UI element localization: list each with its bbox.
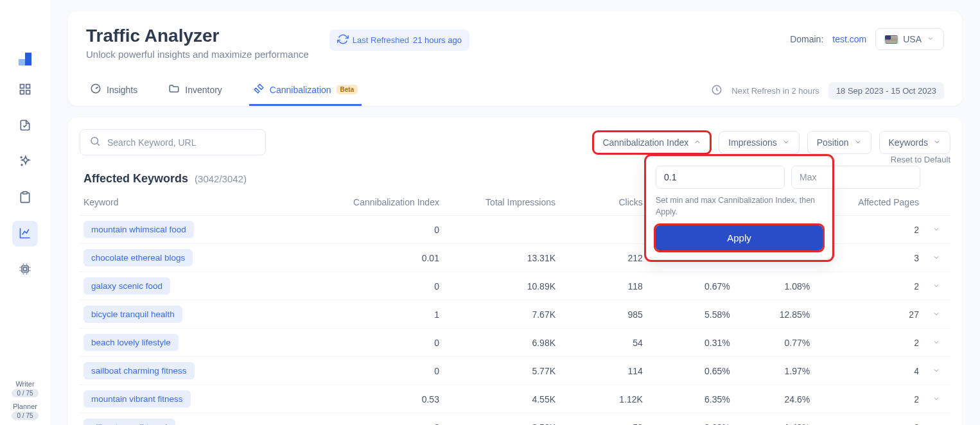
cell-impressions: 10.89K: [443, 272, 559, 300]
sidebar-item-dashboard[interactable]: [12, 77, 38, 103]
chevron-down-icon: [932, 422, 940, 426]
keyword-chip[interactable]: galaxy scenic food: [83, 277, 170, 295]
cpu-icon: [19, 263, 31, 277]
cell-impressions: 7.67K: [443, 300, 559, 329]
cell-position: 0.31%: [647, 329, 734, 357]
cell-position: 0.67%: [647, 272, 734, 300]
expand-row-button[interactable]: [923, 329, 950, 357]
cell-pages: 4: [814, 357, 923, 385]
expand-row-button[interactable]: [923, 413, 950, 426]
tab-cannibalization-label: Cannibalization: [270, 85, 331, 95]
flag-us-icon: [885, 35, 898, 44]
svg-rect-2: [25, 59, 31, 65]
keyword-chip[interactable]: mountain whimsical food: [83, 221, 194, 238]
search-field[interactable]: [80, 129, 266, 155]
keyword-chip[interactable]: beach lovely lifestyle: [83, 334, 179, 351]
page-subtitle: Unlock powerful insights and maximize pe…: [86, 49, 309, 60]
swords-icon: [253, 83, 265, 96]
col-keyword: Keyword: [80, 191, 298, 216]
apply-button[interactable]: Apply: [656, 225, 823, 250]
cell-position: 6.35%: [647, 385, 734, 413]
cell-cindex: 0.01: [298, 244, 443, 272]
filter-position[interactable]: Position: [807, 131, 871, 154]
domain-label: Domain:: [790, 34, 823, 44]
keyword-chip[interactable]: sailboat charming fitness: [83, 362, 195, 379]
cell-pages: 2: [814, 413, 923, 426]
cell-ctr: 1.97%: [734, 357, 814, 385]
cell-cindex: 0: [298, 357, 443, 385]
cell-cindex: 0: [298, 329, 443, 357]
sidebar-item-processor[interactable]: [12, 257, 38, 282]
svg-point-12: [91, 137, 98, 144]
cell-cindex: 0: [298, 413, 443, 426]
sparkle-icon: [19, 155, 31, 169]
last-refreshed-value: 21 hours ago: [413, 35, 462, 45]
app-logo: [17, 51, 33, 67]
sidebar-item-analytics[interactable]: [12, 221, 38, 247]
tab-cannibalization[interactable]: Cannibalization Beta: [249, 75, 362, 106]
chevron-down-icon: [932, 366, 940, 376]
svg-rect-6: [26, 90, 30, 94]
cell-ctr: 12.85%: [734, 300, 814, 329]
clipboard-icon: [19, 191, 31, 205]
beta-badge: Beta: [337, 85, 358, 94]
expand-row-button[interactable]: [923, 300, 950, 329]
cell-clicks: 118: [559, 272, 647, 300]
cell-clicks: 212: [559, 244, 647, 272]
tab-inventory[interactable]: Inventory: [164, 75, 226, 106]
min-input[interactable]: [656, 166, 785, 189]
chevron-down-icon: [782, 137, 790, 148]
reset-to-default-link[interactable]: Reset to Default: [891, 155, 950, 164]
tab-insights[interactable]: Insights: [86, 75, 141, 106]
filter-keywords[interactable]: Keywords: [879, 131, 950, 154]
keyword-chip[interactable]: pillow tranquil travel: [83, 419, 175, 425]
cell-clicks: 54: [559, 329, 647, 357]
keyword-chip[interactable]: mountain vibrant fitness: [83, 390, 191, 408]
popover-hint: Set min and max Cannibalization Index, t…: [656, 195, 823, 218]
chevron-down-icon: [932, 338, 940, 348]
cell-pages: 27: [814, 300, 923, 329]
chevron-down-icon: [932, 394, 940, 404]
expand-row-button[interactable]: [923, 385, 950, 413]
sidebar-item-clipboard[interactable]: [12, 185, 38, 211]
expand-row-button[interactable]: [923, 216, 950, 244]
sidebar-item-optimize[interactable]: [12, 149, 38, 175]
max-input[interactable]: [791, 166, 920, 189]
planner-usage-count: 0 / 75: [12, 412, 38, 420]
cell-cindex: 0: [298, 272, 443, 300]
page-title: Traffic Analyzer: [86, 26, 309, 46]
cell-cindex: 0: [298, 216, 443, 244]
expand-row-button[interactable]: [923, 244, 950, 272]
keyword-chip[interactable]: chocolate ethereal blogs: [83, 249, 193, 266]
expand-row-button[interactable]: [923, 357, 950, 385]
cell-ctr: 0.77%: [734, 329, 814, 357]
search-input[interactable]: [107, 137, 256, 148]
expand-row-button[interactable]: [923, 272, 950, 300]
keyword-chip[interactable]: bicycle tranquil health: [83, 306, 182, 323]
tab-insights-label: Insights: [107, 85, 137, 95]
cell-impressions: 5.77K: [443, 357, 559, 385]
cell-clicks: [559, 216, 647, 244]
col-impressions: Total Impressions: [443, 191, 559, 216]
cell-position: 0.65%: [647, 357, 734, 385]
writer-usage-label: Writer: [12, 380, 38, 388]
cell-clicks: 1.12K: [559, 385, 647, 413]
chevron-down-icon: [932, 281, 940, 291]
country-select[interactable]: USA: [875, 28, 944, 50]
gauge-icon: [90, 83, 101, 96]
chart-line-icon: [19, 227, 31, 241]
sidebar-item-writer[interactable]: [12, 113, 38, 139]
filter-cannibalization-index[interactable]: Cannibalization Index: [593, 131, 711, 154]
date-range-pill[interactable]: 18 Sep 2023 - 15 Oct 2023: [828, 82, 944, 100]
filter-impressions[interactable]: Impressions: [719, 131, 799, 154]
filter-position-label: Position: [817, 137, 849, 148]
cell-position: 0.29%: [647, 413, 734, 426]
cell-ctr: 1.48%: [734, 413, 814, 426]
cell-cindex: 0.53: [298, 385, 443, 413]
sidebar-usage: Writer 0 / 75 Planner 0 / 75: [0, 377, 50, 422]
cell-impressions: 13.31K: [443, 244, 559, 272]
cell-ctr: 24.6%: [734, 385, 814, 413]
domain-value[interactable]: test.com: [832, 34, 866, 44]
document-edit-icon: [19, 119, 31, 134]
last-refreshed-pill: Last Refreshed 21 hours ago: [329, 30, 469, 51]
